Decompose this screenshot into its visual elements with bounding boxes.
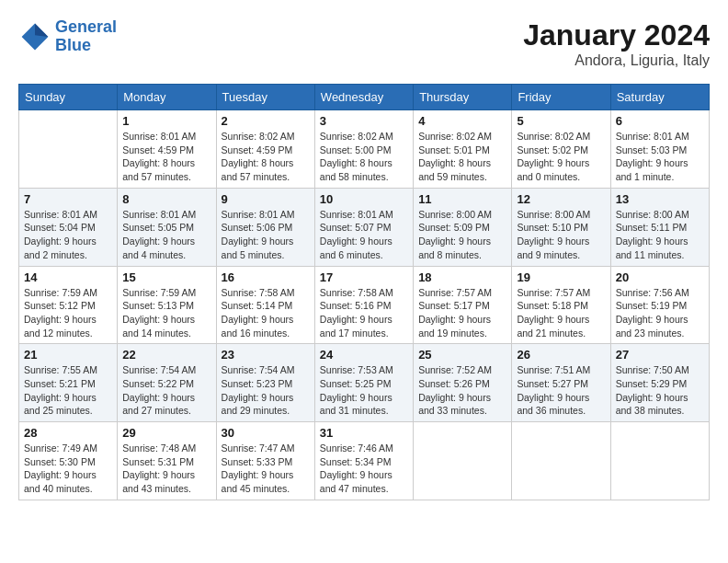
day-detail: Sunrise: 7:56 AMSunset: 5:19 PMDaylight:… [616, 286, 704, 340]
day-number: 24 [320, 348, 408, 362]
calendar-cell: 22Sunrise: 7:54 AMSunset: 5:22 PMDayligh… [118, 344, 216, 422]
day-number: 5 [517, 114, 605, 128]
day-number: 17 [320, 270, 408, 284]
week-row-3: 14Sunrise: 7:59 AMSunset: 5:12 PMDayligh… [19, 266, 710, 344]
calendar-cell: 16Sunrise: 7:58 AMSunset: 5:14 PMDayligh… [216, 266, 314, 344]
calendar-cell: 7Sunrise: 8:01 AMSunset: 5:04 PMDaylight… [19, 188, 118, 266]
day-number: 12 [517, 192, 605, 206]
day-detail: Sunrise: 7:50 AMSunset: 5:29 PMDaylight:… [616, 363, 704, 418]
day-number: 13 [616, 192, 704, 206]
day-number: 8 [122, 192, 210, 206]
title-section: January 2024 Andora, Liguria, Italy [523, 18, 710, 69]
day-number: 19 [517, 270, 605, 284]
calendar-cell: 30Sunrise: 7:47 AMSunset: 5:33 PMDayligh… [216, 422, 314, 500]
day-detail: Sunrise: 7:57 AMSunset: 5:18 PMDaylight:… [517, 286, 605, 340]
calendar-cell: 23Sunrise: 7:54 AMSunset: 5:23 PMDayligh… [216, 344, 314, 422]
day-number: 4 [418, 114, 506, 128]
calendar-cell: 19Sunrise: 7:57 AMSunset: 5:18 PMDayligh… [512, 266, 610, 344]
day-detail: Sunrise: 7:58 AMSunset: 5:14 PMDaylight:… [222, 286, 310, 340]
day-detail: Sunrise: 7:51 AMSunset: 5:27 PMDaylight:… [517, 363, 605, 418]
day-number: 23 [222, 348, 310, 362]
day-number: 9 [222, 192, 310, 206]
weekday-header-wednesday: Wednesday [314, 85, 413, 110]
week-row-4: 21Sunrise: 7:55 AMSunset: 5:21 PMDayligh… [19, 344, 710, 422]
calendar-cell: 13Sunrise: 8:00 AMSunset: 5:11 PMDayligh… [610, 188, 709, 266]
day-detail: Sunrise: 8:00 AMSunset: 5:10 PMDaylight:… [517, 208, 605, 262]
calendar-cell: 20Sunrise: 7:56 AMSunset: 5:19 PMDayligh… [610, 266, 709, 344]
calendar-cell: 31Sunrise: 7:46 AMSunset: 5:34 PMDayligh… [314, 422, 413, 500]
day-detail: Sunrise: 7:54 AMSunset: 5:22 PMDaylight:… [122, 363, 210, 418]
calendar-cell [414, 422, 512, 500]
week-row-1: 1Sunrise: 8:01 AMSunset: 4:59 PMDaylight… [19, 110, 710, 189]
day-detail: Sunrise: 7:59 AMSunset: 5:12 PMDaylight:… [24, 286, 112, 340]
day-number: 16 [222, 270, 310, 284]
weekday-header-row: SundayMondayTuesdayWednesdayThursdayFrid… [19, 85, 710, 110]
calendar-cell: 29Sunrise: 7:48 AMSunset: 5:31 PMDayligh… [118, 422, 216, 500]
calendar-cell: 6Sunrise: 8:01 AMSunset: 5:03 PMDaylight… [610, 110, 709, 189]
day-number: 2 [222, 114, 310, 128]
day-number: 26 [517, 348, 605, 362]
calendar-table: SundayMondayTuesdayWednesdayThursdayFrid… [18, 84, 710, 500]
day-detail: Sunrise: 7:49 AMSunset: 5:30 PMDaylight:… [24, 442, 112, 496]
calendar-cell: 21Sunrise: 7:55 AMSunset: 5:21 PMDayligh… [19, 344, 118, 422]
day-detail: Sunrise: 7:47 AMSunset: 5:33 PMDaylight:… [222, 442, 310, 496]
day-number: 31 [320, 426, 408, 440]
calendar-header: SundayMondayTuesdayWednesdayThursdayFrid… [19, 85, 710, 110]
logo: General Blue [18, 18, 117, 55]
calendar-body: 1Sunrise: 8:01 AMSunset: 4:59 PMDaylight… [19, 110, 710, 500]
weekday-header-sunday: Sunday [19, 85, 118, 110]
day-detail: Sunrise: 8:02 AMSunset: 4:59 PMDaylight:… [222, 130, 310, 184]
day-detail: Sunrise: 7:46 AMSunset: 5:34 PMDaylight:… [320, 442, 408, 496]
day-number: 28 [24, 426, 112, 440]
day-detail: Sunrise: 8:00 AMSunset: 5:11 PMDaylight:… [616, 208, 704, 262]
day-number: 22 [122, 348, 210, 362]
calendar-cell: 8Sunrise: 8:01 AMSunset: 5:05 PMDaylight… [118, 188, 216, 266]
day-number: 29 [122, 426, 210, 440]
day-detail: Sunrise: 8:01 AMSunset: 5:05 PMDaylight:… [122, 208, 210, 262]
calendar-cell [19, 110, 118, 189]
week-row-2: 7Sunrise: 8:01 AMSunset: 5:04 PMDaylight… [19, 188, 710, 266]
location-subtitle: Andora, Liguria, Italy [523, 52, 710, 69]
day-detail: Sunrise: 8:01 AMSunset: 5:03 PMDaylight:… [616, 130, 704, 184]
day-number: 3 [320, 114, 408, 128]
day-detail: Sunrise: 8:01 AMSunset: 5:07 PMDaylight:… [320, 208, 408, 262]
weekday-header-saturday: Saturday [610, 85, 709, 110]
day-detail: Sunrise: 7:54 AMSunset: 5:23 PMDaylight:… [222, 363, 310, 418]
day-detail: Sunrise: 7:58 AMSunset: 5:16 PMDaylight:… [320, 286, 408, 340]
calendar-cell: 12Sunrise: 8:00 AMSunset: 5:10 PMDayligh… [512, 188, 610, 266]
calendar-cell: 17Sunrise: 7:58 AMSunset: 5:16 PMDayligh… [314, 266, 413, 344]
weekday-header-monday: Monday [118, 85, 216, 110]
day-number: 7 [24, 192, 112, 206]
day-number: 20 [616, 270, 704, 284]
calendar-cell: 10Sunrise: 8:01 AMSunset: 5:07 PMDayligh… [314, 188, 413, 266]
calendar-cell: 26Sunrise: 7:51 AMSunset: 5:27 PMDayligh… [512, 344, 610, 422]
calendar-cell: 24Sunrise: 7:53 AMSunset: 5:25 PMDayligh… [314, 344, 413, 422]
logo-text: General Blue [55, 18, 117, 55]
day-detail: Sunrise: 8:02 AMSunset: 5:00 PMDaylight:… [320, 130, 408, 184]
calendar-cell: 1Sunrise: 8:01 AMSunset: 4:59 PMDaylight… [118, 110, 216, 189]
weekday-header-tuesday: Tuesday [216, 85, 314, 110]
day-detail: Sunrise: 7:48 AMSunset: 5:31 PMDaylight:… [122, 442, 210, 496]
weekday-header-thursday: Thursday [414, 85, 512, 110]
day-number: 10 [320, 192, 408, 206]
day-detail: Sunrise: 7:55 AMSunset: 5:21 PMDaylight:… [24, 363, 112, 418]
day-detail: Sunrise: 7:52 AMSunset: 5:26 PMDaylight:… [418, 363, 506, 418]
weekday-header-friday: Friday [512, 85, 610, 110]
calendar-cell [610, 422, 709, 500]
day-detail: Sunrise: 8:02 AMSunset: 5:02 PMDaylight:… [517, 130, 605, 184]
month-title: January 2024 [523, 18, 710, 52]
day-number: 30 [222, 426, 310, 440]
day-detail: Sunrise: 7:59 AMSunset: 5:13 PMDaylight:… [122, 286, 210, 340]
day-number: 27 [616, 348, 704, 362]
calendar-cell: 9Sunrise: 8:01 AMSunset: 5:06 PMDaylight… [216, 188, 314, 266]
calendar-cell: 28Sunrise: 7:49 AMSunset: 5:30 PMDayligh… [19, 422, 118, 500]
day-detail: Sunrise: 8:01 AMSunset: 5:04 PMDaylight:… [24, 208, 112, 262]
calendar-cell: 2Sunrise: 8:02 AMSunset: 4:59 PMDaylight… [216, 110, 314, 189]
day-detail: Sunrise: 8:02 AMSunset: 5:01 PMDaylight:… [418, 130, 506, 184]
day-detail: Sunrise: 8:01 AMSunset: 4:59 PMDaylight:… [122, 130, 210, 184]
day-number: 18 [418, 270, 506, 284]
day-number: 15 [122, 270, 210, 284]
svg-marker-1 [35, 23, 48, 36]
week-row-5: 28Sunrise: 7:49 AMSunset: 5:30 PMDayligh… [19, 422, 710, 500]
day-detail: Sunrise: 7:53 AMSunset: 5:25 PMDaylight:… [320, 363, 408, 418]
